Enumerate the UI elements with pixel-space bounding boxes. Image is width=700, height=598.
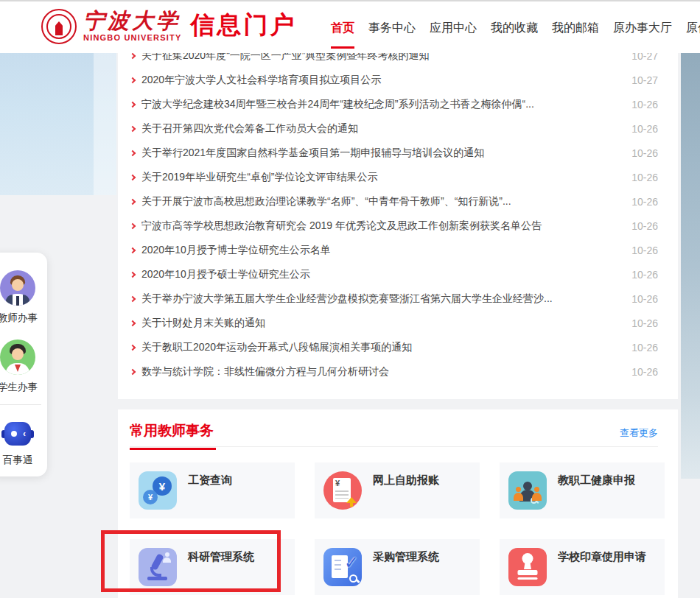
chevron-right-icon <box>130 247 136 253</box>
main-nav: 首页事务中心应用中心我的收藏我的邮箱原办事大厅原信息门户 <box>330 1 700 54</box>
news-list: 关于征集2020年度“一院一区一产业”典型案例暨年终考核的通知10-272020… <box>118 41 678 384</box>
news-date: 10-26 <box>631 220 658 232</box>
quick-access-item[interactable]: 百事通 <box>0 420 47 467</box>
news-title: 关于教职工2020年运动会开幕式八段锦展演相关事项的通知 <box>141 341 621 354</box>
service-card-label: 工资查询 <box>188 474 232 488</box>
chevron-right-icon <box>130 174 136 180</box>
nav-item[interactable]: 事务中心 <box>368 18 416 38</box>
quick-access-label: 学生办事 <box>0 381 47 394</box>
panel-divider <box>0 404 41 405</box>
student-avatar-icon <box>0 340 47 375</box>
news-item[interactable]: 2020年宁波大学人文社会科学培育项目拟立项目公示10-27 <box>118 68 678 92</box>
news-date: 10-27 <box>631 74 658 86</box>
service-card-label: 采购管理系统 <box>373 550 439 564</box>
nav-item[interactable]: 我的邮箱 <box>551 18 600 38</box>
news-title: 关于召开第四次党代会筹备工作动员大会的通知 <box>141 122 621 136</box>
news-item[interactable]: 2020年10月授予硕士学位研究生公示10-26 <box>118 262 678 286</box>
news-item[interactable]: 关于教职工2020年运动会开幕式八段锦展演相关事项的通知10-26 <box>118 335 678 359</box>
news-date: 10-26 <box>631 245 658 256</box>
service-card-label: 网上自助报账 <box>373 474 439 488</box>
chevron-right-icon <box>130 198 136 204</box>
service-card[interactable]: 教职工健康申报 <box>500 462 665 518</box>
service-card[interactable]: 网上自助报账 <box>315 462 480 518</box>
news-title: 2020年10月授予博士学位研究生公示名单 <box>141 244 621 257</box>
service-card[interactable]: 采购管理系统 <box>315 539 480 595</box>
section-header: 查看更多 常用教师事务 <box>130 409 658 447</box>
university-seal-icon <box>41 9 77 44</box>
nav-item[interactable]: 应用中心 <box>429 18 477 38</box>
header: 宁波大学 NINGBO UNIVERSITY 信息门户 首页事务中心应用中心我的… <box>0 0 700 53</box>
chevron-right-icon <box>130 52 136 58</box>
quick-access-label: 百事通 <box>0 454 47 467</box>
nav-item[interactable]: 我的收藏 <box>490 18 539 38</box>
background-photo-left <box>0 53 116 195</box>
procurement-icon <box>323 548 362 586</box>
nav-item[interactable]: 原信息门户 <box>685 18 700 38</box>
news-panel: 关于征集2020年度“一院一区一产业”典型案例暨年终考核的通知10-272020… <box>118 41 678 399</box>
news-item[interactable]: 关于举行2021年度国家自然科学基金项目第一期申报辅导与培训会议的通知10-26 <box>118 141 678 165</box>
university-name-cn: 宁波大学 <box>83 9 181 32</box>
news-date: 10-26 <box>631 366 658 378</box>
chevron-right-icon <box>130 222 136 228</box>
chevron-right-icon <box>130 101 136 107</box>
chevron-right-icon <box>130 125 136 131</box>
news-title: 宁波大学纪念建校34周年暨三校合并24周年“建校纪念周”系列活动之书香之梅徐仲偶… <box>141 98 621 111</box>
quick-access-label: 教师办事 <box>0 312 47 325</box>
service-card[interactable]: 科研管理系统 <box>130 539 295 595</box>
news-title: 关于开展宁波市高校思想政治理论课教学“名师”、“中青年骨干教师”、“知行新说”.… <box>141 195 621 208</box>
news-item[interactable]: 2020年10月授予博士学位研究生公示名单10-26 <box>118 238 678 262</box>
news-date: 10-26 <box>631 147 658 159</box>
news-item[interactable]: 宁波大学纪念建校34周年暨三校合并24周年“建校纪念周”系列活动之书香之梅徐仲偶… <box>118 92 678 116</box>
quick-access-panel: 教师办事学生办事百事通 <box>0 253 47 476</box>
news-title: 关于举办宁波大学第五届大学生企业经营沙盘模拟竞赛暨浙江省第六届大学生企业经营沙.… <box>141 292 621 306</box>
news-date: 10-26 <box>631 293 658 305</box>
news-title: 2020年宁波大学人文社会科学培育项目拟立项目公示 <box>141 74 621 87</box>
chevron-right-icon <box>130 320 136 326</box>
news-item[interactable]: 数学与统计学院：非线性偏微分方程与几何分析研讨会10-26 <box>118 359 678 384</box>
service-card-grid: 工资查询网上自助报账教职工健康申报科研管理系统采购管理系统学校印章使用申请 <box>130 462 666 595</box>
quick-access-item[interactable]: 学生办事 <box>0 340 47 394</box>
nav-item[interactable]: 首页 <box>330 18 355 38</box>
news-title: 宁波市高等学校思想政治教育研究会 2019 年优秀论文及思政工作创新案例获奖名单… <box>141 219 621 233</box>
section-title: 常用教师事务 <box>130 421 216 450</box>
view-more-link[interactable]: 查看更多 <box>620 426 658 440</box>
news-item[interactable]: 关于举办宁波大学第五届大学生企业经营沙盘模拟竞赛暨浙江省第六届大学生企业经营沙.… <box>118 286 678 311</box>
news-date: 10-26 <box>631 196 658 208</box>
robot-icon <box>0 420 47 448</box>
service-card[interactable]: 学校印章使用申请 <box>500 539 665 595</box>
news-date: 10-26 <box>631 99 658 110</box>
news-item[interactable]: 关于召开第四次党代会筹备工作动员大会的通知10-26 <box>118 116 678 141</box>
seal-application-icon <box>508 548 547 586</box>
reimbursement-icon <box>323 471 362 510</box>
news-date: 10-26 <box>631 317 658 329</box>
teacher-services-panel: 查看更多 常用教师事务 工资查询网上自助报账教职工健康申报科研管理系统采购管理系… <box>118 409 678 598</box>
news-date: 10-26 <box>631 342 658 353</box>
university-logo[interactable]: 宁波大学 NINGBO UNIVERSITY 信息门户 <box>41 9 296 44</box>
teacher-avatar-icon <box>0 270 47 306</box>
news-date: 10-26 <box>631 172 658 183</box>
chevron-right-icon <box>130 77 136 82</box>
nav-item[interactable]: 原办事大厅 <box>612 18 673 38</box>
chevron-right-icon <box>130 368 136 374</box>
research-system-icon <box>139 548 177 586</box>
salary-coins-icon <box>139 471 177 510</box>
news-title: 关于举行2021年度国家自然科学基金项目第一期申报辅导与培训会议的通知 <box>141 147 621 160</box>
news-item[interactable]: 关于计财处月末关账的通知10-26 <box>118 311 678 335</box>
university-name-en: NINGBO UNIVERSITY <box>83 33 181 42</box>
health-report-icon <box>508 471 547 510</box>
chevron-right-icon <box>130 344 136 350</box>
portal-title: 信息门户 <box>190 11 296 39</box>
background-photo-right <box>681 53 700 479</box>
news-item[interactable]: 宁波市高等学校思想政治教育研究会 2019 年优秀论文及思政工作创新案例获奖名单… <box>118 214 678 238</box>
quick-access-item[interactable]: 教师办事 <box>0 270 47 325</box>
chevron-right-icon <box>130 150 136 155</box>
service-card[interactable]: 工资查询 <box>130 462 295 518</box>
service-card-label: 科研管理系统 <box>188 550 254 564</box>
news-title: 关于2019年毕业研究生“卓创”学位论文评审结果公示 <box>141 171 621 184</box>
service-card-label: 教职工健康申报 <box>558 474 635 488</box>
chevron-right-icon <box>130 295 136 301</box>
news-item[interactable]: 关于2019年毕业研究生“卓创”学位论文评审结果公示10-26 <box>118 165 678 189</box>
news-date: 10-26 <box>631 269 658 281</box>
news-item[interactable]: 关于开展宁波市高校思想政治理论课教学“名师”、“中青年骨干教师”、“知行新说”.… <box>118 189 678 214</box>
chevron-right-icon <box>130 271 136 277</box>
